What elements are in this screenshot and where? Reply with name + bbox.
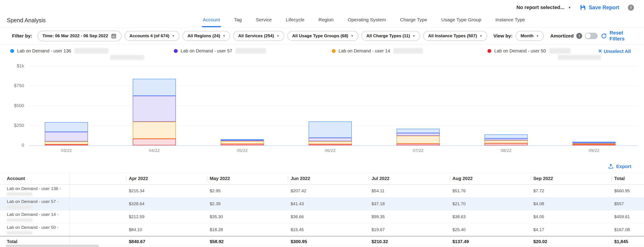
time-filter-value: Time: 06 Mar 2022 - 06 Sep 2022 <box>42 33 108 38</box>
bar-segment-lab-on-demand-user-14[interactable] <box>308 141 352 144</box>
export-button[interactable]: Export <box>616 164 631 169</box>
bar-segment-lab-on-demand-user-136[interactable] <box>308 121 352 138</box>
value-cell: $215.34 <box>126 185 207 198</box>
filter-pill-accounts-4-of-674[interactable]: Accounts 4 (of 674)▼ <box>124 31 180 41</box>
spend-bar-chart: $1k$750$500$250003/2204/2205/2206/2207/2… <box>0 64 644 160</box>
bar-segment-lab-on-demand-user-50[interactable] <box>572 144 616 145</box>
value-cell: $660.95 <box>612 185 644 198</box>
legend-dot <box>488 49 491 53</box>
filter-pill-label: All Charge Types (11) <box>366 33 410 38</box>
stacked-bar-05-22 <box>221 139 264 145</box>
info-icon[interactable]: i <box>576 33 582 39</box>
bar-segment-lab-on-demand-user-57[interactable] <box>45 132 88 142</box>
value-cell: $38.63 <box>450 211 530 223</box>
tab-service[interactable]: Service <box>255 17 273 27</box>
bar-segment-lab-on-demand-user-14[interactable] <box>133 122 176 138</box>
column-header-aug-2022: Aug 2022 <box>450 173 530 185</box>
tab-region[interactable]: Region <box>318 17 334 27</box>
bar-segment-lab-on-demand-user-136[interactable] <box>396 129 440 133</box>
horizontal-scrollbar-track <box>0 244 644 247</box>
y-axis-tick-label: $500 <box>6 103 24 108</box>
report-selector-value: No report selected... <box>516 4 564 10</box>
legend-item-lab-on-demand-user-50[interactable]: Lab on Demand - user 50 <box>488 48 570 54</box>
table-header-row: Account Apr 2022May 2022Jun 2022Jul 2022… <box>0 173 644 185</box>
view-by-value: Month <box>520 33 534 38</box>
calendar-icon <box>111 33 116 39</box>
column-header-may-2022: May 2022 <box>207 173 288 185</box>
bar-segment-lab-on-demand-user-57[interactable] <box>133 96 176 122</box>
report-selector-dropdown[interactable]: No report selected... ▼ <box>516 4 571 10</box>
bar-segment-lab-on-demand-user-57[interactable] <box>396 133 440 136</box>
value-cell: $99.35 <box>369 211 450 223</box>
spend-table-wrap: Account Apr 2022May 2022Jun 2022Jul 2022… <box>0 173 644 247</box>
bar-segment-lab-on-demand-user-50[interactable] <box>484 143 528 145</box>
filter-bar: Filter by: Time: 06 Mar 2022 - 06 Sep 20… <box>0 27 644 44</box>
bar-segment-lab-on-demand-user-14[interactable] <box>484 140 528 143</box>
bar-segment-lab-on-demand-user-57[interactable] <box>484 138 528 140</box>
tab-instance-type[interactable]: Instance Type <box>494 17 526 27</box>
bar-segment-lab-on-demand-user-50[interactable] <box>221 144 264 145</box>
save-report-button[interactable]: Save Report <box>580 4 619 11</box>
bar-segment-lab-on-demand-user-136[interactable] <box>133 79 176 96</box>
reset-filters-button[interactable]: Reset Filters <box>600 30 634 42</box>
tab-tag[interactable]: Tag <box>233 17 243 27</box>
legend-label: Lab on Demand - user 14 <box>338 48 390 54</box>
info-icon[interactable]: i <box>628 4 634 11</box>
time-filter-pill[interactable]: Time: 06 Mar 2022 - 06 Sep 2022 <box>38 31 122 41</box>
tab-lifecycle[interactable]: Lifecycle <box>285 17 306 27</box>
tab-charge-type[interactable]: Charge Type <box>399 17 428 27</box>
column-header-total: Total <box>612 173 644 185</box>
bar-segment-lab-on-demand-user-50[interactable] <box>45 144 88 145</box>
bar-segment-lab-on-demand-user-57[interactable] <box>308 138 352 141</box>
chevron-down-icon: ▼ <box>536 34 539 37</box>
spacer-cell <box>69 211 126 223</box>
filter-pill-all-usage-type-groups-68[interactable]: All Usage Type Groups (68)▼ <box>287 31 358 41</box>
filter-by-label: Filter by: <box>12 33 32 39</box>
bar-segment-lab-on-demand-user-14[interactable] <box>396 136 440 144</box>
horizontal-scrollbar-thumb[interactable] <box>6 245 99 247</box>
amortized-toggle[interactable] <box>585 33 598 39</box>
filter-pill-all-regions-24[interactable]: All Regions (24)▼ <box>182 31 230 41</box>
value-cell: $4.17 <box>530 223 612 236</box>
value-cell: $36.66 <box>288 211 369 223</box>
table-row-lab-on-demand-user-50: Lab on Demand - user 50 -$84.10$18.28$15… <box>0 223 644 236</box>
legend-label: Lab on Demand - user 50 <box>494 48 546 54</box>
legend-item-lab-on-demand-user-136[interactable]: Lab on Demand - user 136 <box>10 48 108 54</box>
view-by-dropdown[interactable]: Month ▼ <box>516 31 544 41</box>
chevron-down-icon: ▼ <box>351 34 353 37</box>
value-cell: $459.61 <box>612 211 644 223</box>
reset-filters-label: Reset Filters <box>610 30 634 42</box>
tab-account[interactable]: Account <box>202 17 221 27</box>
bar-segment-lab-on-demand-user-50[interactable] <box>133 139 176 145</box>
chevron-down-icon: ▼ <box>172 34 174 37</box>
bar-segment-lab-on-demand-user-14[interactable] <box>45 141 88 144</box>
tab-operating-system[interactable]: Operating System <box>347 17 387 27</box>
chevron-down-icon: ▼ <box>223 34 225 37</box>
legend-item-lab-on-demand-user-14[interactable]: Lab on Demand - user 14 <box>332 48 423 54</box>
bar-segment-lab-on-demand-user-136[interactable] <box>45 122 88 132</box>
x-axis-tick-label: 07/22 <box>402 148 434 153</box>
y-axis-tick-label: $1k <box>6 63 24 69</box>
toggle-knob <box>585 33 591 39</box>
value-cell: $7.72 <box>530 185 612 198</box>
value-cell: $21.70 <box>450 198 530 211</box>
legend-dot <box>10 49 14 53</box>
bar-segment-lab-on-demand-user-136[interactable] <box>484 134 528 138</box>
value-cell: $2.39 <box>207 198 288 211</box>
legend-item-lab-on-demand-user-57[interactable]: Lab on Demand - user 57 <box>174 48 266 54</box>
filter-pill-all-charge-types-11[interactable]: All Charge Types (11)▼ <box>361 31 420 41</box>
top-bar: No report selected... ▼ Save Report i <box>0 0 644 12</box>
filter-pill-all-instance-types-507[interactable]: All Instance Types (507)▼ <box>423 31 487 41</box>
redacted-text <box>549 48 570 54</box>
y-axis-tick-label: $250 <box>6 123 24 128</box>
value-cell: $15.45 <box>288 223 369 236</box>
tab-usage-type-group[interactable]: Usage Type Group <box>440 17 482 27</box>
bar-segment-lab-on-demand-user-14[interactable] <box>221 141 264 144</box>
y-axis-tick-label: $750 <box>6 83 24 88</box>
bar-segment-lab-on-demand-user-50[interactable] <box>308 144 352 145</box>
unselect-all-button[interactable]: × Unselect All <box>598 48 631 54</box>
account-name: Lab on Demand - user 57 - <box>7 199 69 204</box>
chart-legend: × Unselect All Lab on Demand - user 136L… <box>0 44 644 64</box>
filter-pill-all-services-254[interactable]: All Services (254)▼ <box>233 31 284 41</box>
bar-segment-lab-on-demand-user-50[interactable] <box>396 144 440 145</box>
